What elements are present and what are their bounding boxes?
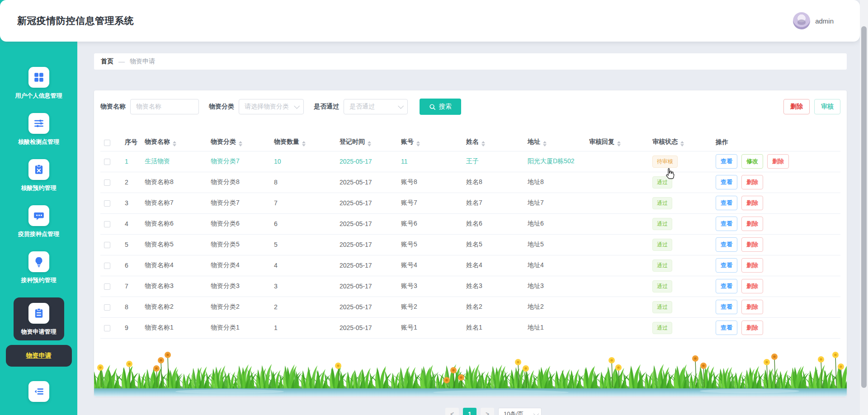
edit-button[interactable]: 修改 [741,154,763,169]
chevron-down-icon [294,103,300,109]
delete-button[interactable]: 删除 [741,217,763,231]
sidebar-item-user-info[interactable]: 用户个人信息管理 [15,67,62,100]
cell-category: 物资分类7 [207,151,270,172]
delete-button[interactable]: 删除 [741,279,763,293]
chevron-down-icon [533,410,539,415]
breadcrumb-home[interactable]: 首页 [101,57,113,66]
sort-icon[interactable] [368,141,371,146]
row-checkbox[interactable] [104,221,110,227]
user-menu[interactable]: admin [793,0,834,42]
cell-date: 2025-05-17 [336,172,397,193]
sort-icon[interactable] [543,141,547,146]
row-checkbox[interactable] [104,325,110,331]
sort-icon[interactable] [416,141,420,146]
column-header-9[interactable]: 审核回复 [585,134,649,151]
pass-select[interactable]: 是否通过 [344,99,408,114]
bulk-delete-button[interactable]: 删除 [783,99,810,114]
scrollbar-thumb[interactable] [861,26,867,388]
status-badge: 通过 [652,239,672,251]
column-header-7[interactable]: 姓名 [462,134,524,151]
clipboard-list-icon [28,303,49,324]
sidebar-item-test-site[interactable]: 核酸检测点管理 [18,113,59,146]
supply-name-input[interactable]: 物资名称 [130,99,199,114]
column-header-3[interactable]: 物资分类 [207,134,270,151]
cell-qty: 2 [270,297,336,317]
view-button[interactable]: 查看 [716,217,737,231]
row-checkbox[interactable] [104,283,110,290]
delete-button[interactable]: 删除 [741,321,763,335]
sidebar-item-vaccine-site[interactable]: 疫苗接种点管理 [18,205,59,238]
sort-icon[interactable] [239,141,242,146]
view-button[interactable]: 查看 [716,258,737,273]
table-row: 2物资名称8物资分类882025-05-17账号8姓名8地址8通过查看删除 [100,172,840,193]
sidebar-subitem-supplies-request[interactable]: 物资申请 [6,345,72,367]
sidebar-item-test-booking[interactable]: 核酸预约管理 [21,159,57,192]
grid-icon [28,67,49,88]
sort-icon[interactable] [617,141,621,146]
sidebar-item-vaccine-booking[interactable]: 接种预约管理 [21,251,57,284]
sidebar: 用户个人信息管理 核酸检测点管理 核酸预约管理 疫苗接种点管理 接种预约管理 [0,0,77,415]
sort-icon[interactable] [173,141,176,146]
view-button[interactable]: 查看 [716,154,737,169]
column-header-4[interactable]: 物资数量 [270,134,336,151]
cell-name: 物资名称4 [141,255,207,276]
delete-button[interactable]: 删除 [767,154,789,169]
sidebar-item-supplies-management[interactable]: 物资申请管理 [14,297,64,340]
cell-qty: 7 [270,193,336,213]
row-checkbox[interactable] [104,242,110,248]
view-button[interactable]: 查看 [716,279,737,293]
row-checkbox[interactable] [104,263,110,269]
delete-button[interactable]: 删除 [741,175,763,189]
view-button[interactable]: 查看 [716,300,737,314]
cell-address: 地址8 [524,172,585,193]
sort-icon[interactable] [481,141,485,146]
grass-decoration-image [94,349,847,396]
row-checkbox[interactable] [104,304,110,311]
row-checkbox[interactable] [104,159,110,165]
select-all-checkbox[interactable] [104,140,110,146]
prev-page-button[interactable]: < [445,408,459,415]
table-row: 5物资名称5物资分类552025-05-17账号5姓名5地址5通过查看删除 [100,234,840,255]
column-header-6[interactable]: 账号 [397,134,462,151]
page-size-select[interactable]: 10条/页 [498,408,542,415]
cell-qty: 6 [270,213,336,234]
delete-button[interactable]: 删除 [741,258,763,273]
sort-icon[interactable] [302,141,306,146]
delete-button[interactable]: 删除 [741,237,763,252]
row-checkbox[interactable] [104,179,110,186]
cell-name: 物资名称8 [141,172,207,193]
sort-icon[interactable] [680,141,684,146]
delete-button[interactable]: 删除 [741,196,763,210]
page-1-button[interactable]: 1 [463,408,476,415]
avatar[interactable] [793,12,810,29]
bulk-audit-button[interactable]: 审核 [814,99,840,114]
search-button[interactable]: 搜索 [420,99,461,115]
view-button[interactable]: 查看 [716,321,737,335]
column-header-8[interactable]: 地址 [524,134,585,151]
sidebar-item-label: 用户个人信息管理 [15,92,62,100]
column-header-10[interactable]: 审核状态 [649,134,712,151]
cell-no: 9 [121,317,141,338]
delete-button[interactable]: 删除 [741,300,763,314]
content-card: 物资名称 物资名称 物资分类 请选择物资分类 是否通过 是否通过 搜索 删除 审… [94,90,847,396]
filter-bar: 物资名称 物资名称 物资分类 请选择物资分类 是否通过 是否通过 搜索 [100,99,461,115]
next-page-button[interactable]: > [481,408,494,415]
row-checkbox[interactable] [104,200,110,207]
column-header-2[interactable]: 物资名称 [141,134,207,151]
cell-qty: 1 [270,317,336,338]
view-button[interactable]: 查看 [716,175,737,189]
sidebar-collapse-button[interactable] [28,381,49,402]
sidebar-subitem-label: 物资申请 [26,352,52,360]
page-scrollbar[interactable] [860,0,868,415]
cell-category: 物资分类2 [207,297,270,317]
view-button[interactable]: 查看 [716,237,737,252]
cell-date: 2025-05-17 [336,317,397,338]
view-button[interactable]: 查看 [716,196,737,210]
cell-reply [585,234,649,255]
row-actions: 查看删除 [712,234,840,255]
table-row: 9物资名称1物资分类112025-05-17账号1姓名1地址1通过查看删除 [100,317,840,338]
cell-date: 2025-05-17 [336,234,397,255]
sidebar-item-label: 核酸检测点管理 [18,138,59,146]
column-header-5[interactable]: 登记时间 [336,134,397,151]
category-select[interactable]: 请选择物资分类 [239,99,304,114]
